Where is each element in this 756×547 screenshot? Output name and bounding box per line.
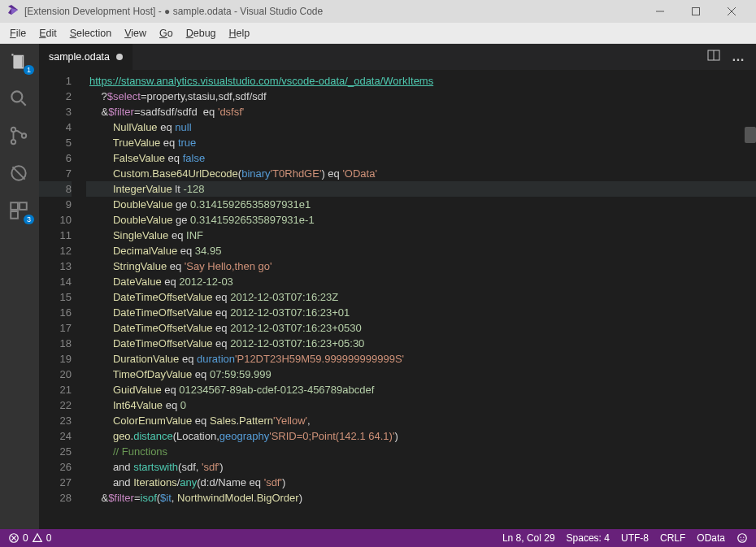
code-line[interactable]: TrueValue eq true — [86, 135, 756, 150]
line-number: 3 — [39, 104, 72, 119]
line-number: 19 — [39, 351, 72, 367]
line-number: 14 — [39, 274, 72, 289]
line-number: 18 — [39, 336, 72, 351]
code-line[interactable]: GuidValue eq 01234567-89ab-cdef-0123-456… — [86, 382, 756, 397]
code-line[interactable]: DateTimeOffsetValue eq 2012-12-03T07:16:… — [86, 305, 756, 320]
menu-file[interactable]: File — [3, 25, 33, 41]
svg-rect-7 — [20, 202, 27, 210]
code-line[interactable]: FalseValue eq false — [86, 150, 756, 166]
code-line[interactable]: // Functions — [86, 444, 756, 459]
code-line[interactable]: TimeOfDayValue eq 07:59:59.999 — [86, 367, 756, 382]
line-number: 6 — [39, 150, 72, 166]
code-line[interactable]: ?$select=property,stasiu,sdf,sdf/sdf — [86, 89, 756, 104]
line-number: 17 — [39, 320, 72, 336]
title-bar: [Extension Development Host] - ● sample.… — [0, 0, 756, 23]
code-line[interactable]: DoubleValue ge 0.31415926535897931e-1 — [86, 212, 756, 228]
editor-group: sample.odata … 1234567891011121314151617… — [39, 44, 756, 529]
line-number: 28 — [39, 490, 72, 506]
menu-selection[interactable]: Selection — [63, 25, 118, 41]
extensions-badge: 3 — [24, 215, 34, 224]
menu-help[interactable]: Help — [223, 25, 257, 41]
app-logo-icon — [7, 5, 20, 18]
status-spaces[interactable]: Spaces: 4 — [567, 532, 610, 544]
menu-go[interactable]: Go — [153, 25, 180, 41]
code-line[interactable]: SingleValue eq INF — [86, 228, 756, 243]
extensions-icon[interactable]: 3 — [8, 200, 31, 223]
window-title: [Extension Development Host] - ● sample.… — [24, 6, 323, 17]
line-number: 20 — [39, 367, 72, 382]
line-number: 1 — [39, 73, 72, 89]
status-feedback-icon[interactable] — [736, 532, 748, 544]
status-language[interactable]: OData — [697, 532, 725, 544]
code-line[interactable]: Custom.Base64UrlDecode(binary'T0RhdGE') … — [86, 166, 756, 181]
line-number: 13 — [39, 258, 72, 274]
split-editor-icon[interactable] — [707, 49, 720, 65]
status-eol[interactable]: CRLF — [660, 532, 685, 544]
code-line[interactable]: and Iterations/any(d:d/Name eq 'sdf') — [86, 475, 756, 490]
status-problems[interactable]: 0 0 — [8, 532, 51, 544]
line-number: 23 — [39, 413, 72, 428]
line-number-gutter: 1234567891011121314151617181920212223242… — [39, 70, 86, 529]
svg-point-12 — [741, 536, 741, 537]
svg-rect-8 — [11, 211, 18, 219]
line-number: 15 — [39, 289, 72, 305]
menu-edit[interactable]: Edit — [33, 25, 63, 41]
code-editor[interactable]: 1234567891011121314151617181920212223242… — [39, 70, 756, 529]
code-line[interactable]: DateValue eq 2012-12-03 — [86, 274, 756, 289]
status-lncol[interactable]: Ln 8, Col 29 — [502, 532, 555, 544]
code-line[interactable]: geo.distance(Location,geography'SRID=0;P… — [86, 428, 756, 444]
code-line[interactable]: NullValue eq null — [86, 119, 756, 135]
code-line[interactable]: &$filter=sadfsdf/sdfd eq 'dsfsf' — [86, 104, 756, 119]
source-control-icon[interactable] — [8, 125, 31, 148]
code-line[interactable]: DateTimeOffsetValue eq 2012-12-03T07:16:… — [86, 320, 756, 336]
search-icon[interactable] — [8, 88, 31, 111]
code-line[interactable]: DoubleValue ge 0.31415926535897931e1 — [86, 197, 756, 212]
line-number: 9 — [39, 197, 72, 212]
menu-view[interactable]: View — [118, 25, 153, 41]
tab-sample-odata[interactable]: sample.odata — [39, 44, 133, 70]
code-line[interactable]: DecimalValue eq 34.95 — [86, 243, 756, 258]
code-line[interactable]: DateTimeOffsetValue eq 2012-12-03T07:16:… — [86, 289, 756, 305]
debug-icon[interactable] — [8, 163, 31, 185]
code-line[interactable]: &$filter=isof($it, NorthwindModel.BigOrd… — [86, 490, 756, 506]
line-number: 2 — [39, 89, 72, 104]
svg-point-1 — [11, 91, 22, 102]
line-number: 5 — [39, 135, 72, 150]
line-number: 8 — [39, 181, 72, 197]
line-number: 27 — [39, 475, 72, 490]
tab-label: sample.odata — [49, 51, 110, 63]
status-bar: 0 0 Ln 8, Col 29 Spaces: 4 UTF-8 CRLF OD… — [0, 529, 756, 547]
minimap-thumb[interactable] — [745, 127, 756, 143]
code-line[interactable]: Int64Value eq 0 — [86, 397, 756, 413]
svg-point-11 — [738, 534, 747, 543]
menu-debug[interactable]: Debug — [180, 25, 223, 41]
code-line[interactable]: DurationValue eq duration'P12DT23H59M59.… — [86, 351, 756, 367]
code-line[interactable]: StringValue eq 'Say Hello,then go' — [86, 258, 756, 274]
line-number: 10 — [39, 212, 72, 228]
line-number: 25 — [39, 444, 72, 459]
code-line[interactable]: and startswith(sdf, 'sdf') — [86, 459, 756, 475]
code-line[interactable]: https://stansw.analytics.visualstudio.co… — [86, 73, 756, 89]
more-actions-icon[interactable]: … — [732, 50, 746, 64]
minimap[interactable] — [745, 70, 756, 529]
menu-bar: FileEditSelectionViewGoDebugHelp — [0, 23, 756, 44]
activity-bar: 1 3 — [0, 44, 39, 529]
code-line[interactable]: ColorEnumValue eq Sales.Pattern'Yellow', — [86, 413, 756, 428]
line-number: 22 — [39, 397, 72, 413]
line-number: 26 — [39, 459, 72, 475]
svg-rect-6 — [11, 202, 18, 210]
svg-point-3 — [11, 140, 15, 144]
tab-bar: sample.odata … — [39, 44, 756, 70]
maximize-button[interactable] — [678, 0, 714, 23]
line-number: 24 — [39, 428, 72, 444]
code-content[interactable]: https://stansw.analytics.visualstudio.co… — [86, 70, 756, 529]
code-line[interactable]: IntegerValue lt -128 — [86, 181, 756, 197]
code-line[interactable]: DateTimeOffsetValue eq 2012-12-03T07:16:… — [86, 336, 756, 351]
explorer-badge: 1 — [24, 65, 34, 75]
status-errors-count: 0 — [23, 532, 28, 544]
svg-rect-0 — [693, 8, 700, 15]
status-encoding[interactable]: UTF-8 — [621, 532, 649, 544]
explorer-icon[interactable]: 1 — [8, 50, 31, 73]
close-button[interactable] — [714, 0, 749, 23]
minimize-button[interactable] — [642, 0, 678, 23]
